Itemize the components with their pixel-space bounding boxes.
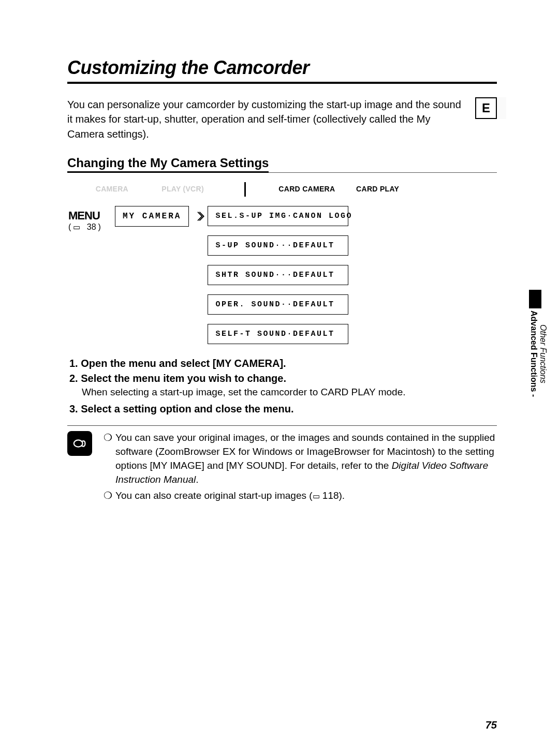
section-heading: Changing the My Camera Settings <box>67 156 269 171</box>
step-1: 1. Open the menu and select [MY CAMERA]. <box>69 358 497 369</box>
tip-rule <box>67 425 497 426</box>
side-strip <box>529 290 541 308</box>
tip-text: ). <box>339 490 345 501</box>
mode-card-camera: CARD CAMERA <box>272 182 343 197</box>
side-category: Other Functions <box>539 324 548 383</box>
menu-item: S-UP SOUND···DEFAULT <box>208 235 348 256</box>
mode-bar: CAMERA PLAY (VCR) CARD CAMERA CARD PLAY <box>77 182 413 197</box>
menu-page-ref: (▭ 38) <box>68 223 113 232</box>
mode-card-play: CARD PLAY <box>342 182 413 197</box>
tip-page-ref: 118 <box>322 490 339 501</box>
step-text: Select the menu item you wish to change. <box>81 373 286 384</box>
tip-1: ❍ You can save your original images, or … <box>104 431 497 487</box>
book-icon: ▭ <box>313 492 320 500</box>
step-num: 2. <box>69 373 78 384</box>
book-icon: ▭ <box>73 223 80 232</box>
menu-item: SELF-T SOUND·DEFAULT <box>208 324 348 344</box>
menu-ref-num: 38 <box>87 223 96 232</box>
note-icon <box>67 431 92 456</box>
side-tab: Other Functions Advanced Functions - <box>529 290 541 397</box>
bullet-icon: ❍ <box>104 489 112 503</box>
menu-category-box: MY CAMERA <box>115 206 189 227</box>
step-num: 3. <box>69 403 78 414</box>
menu-item: SEL.S-UP IMG·CANON LOGO <box>208 206 348 226</box>
step-text: Open the menu and select [MY CAMERA]. <box>81 358 286 369</box>
menu-item: SHTR SOUND···DEFAULT <box>208 265 348 285</box>
intro-paragraph: You can personalize your camcorder by cu… <box>67 97 466 141</box>
menu-diagram: MENU (▭ 38) MY CAMERA SEL.S-UP IMG·CANON… <box>67 206 497 344</box>
tip-2: ❍ You can also create original start-up … <box>104 489 497 503</box>
mode-play-vcr: PLAY (VCR) <box>148 182 218 197</box>
step-2-note: When selecting a start-up image, set the… <box>82 387 497 398</box>
language-tag: E <box>475 97 497 119</box>
tip-text: . <box>196 474 198 485</box>
side-chapter: Advanced Functions - <box>529 310 538 397</box>
mode-separator <box>244 182 246 197</box>
steps-list: 1. Open the menu and select [MY CAMERA].… <box>67 358 497 415</box>
svg-point-0 <box>74 440 83 447</box>
title-rule <box>67 82 497 84</box>
step-num: 1. <box>69 358 78 369</box>
step-3: 3. Select a setting option and close the… <box>69 403 497 415</box>
mode-camera: CAMERA <box>77 182 148 197</box>
bullet-icon: ❍ <box>104 431 112 487</box>
step-text: Select a setting option and close the me… <box>81 403 293 414</box>
menu-item: OPER. SOUND··DEFAULT <box>208 294 348 315</box>
page-number: 75 <box>486 719 497 731</box>
arrow-icon <box>189 206 208 344</box>
tip-text: You can also create original start-up im… <box>115 490 313 501</box>
step-2: 2. Select the menu item you wish to chan… <box>69 373 497 384</box>
menu-label: MENU <box>68 209 113 223</box>
page-title: Customizing the Camcorder <box>67 57 497 79</box>
